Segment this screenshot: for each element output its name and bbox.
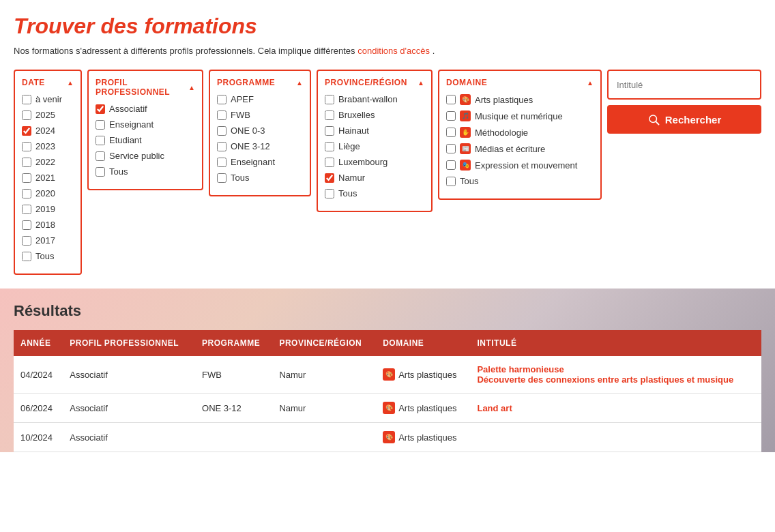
filter-date-2024: 2024 (22, 125, 74, 136)
filter-programme-title: PROGRAMME (217, 78, 275, 87)
label-domaine-tous[interactable]: Tous (460, 176, 478, 186)
domain-icon-2: 🎨 (383, 402, 395, 414)
label-domaine-musique[interactable]: Musique et numérique (475, 111, 563, 121)
label-date-2025[interactable]: 2025 (35, 110, 55, 120)
label-domaine-medias[interactable]: Médias et écriture (475, 144, 545, 154)
conditions-link[interactable]: conditions d'accès (357, 46, 430, 56)
label-profil-etudiant[interactable]: Etudiant (109, 135, 142, 145)
label-province-bruxelles[interactable]: Bruxelles (338, 110, 375, 120)
label-programme-one03[interactable]: ONE 0-3 (231, 125, 265, 136)
label-domaine-arts[interactable]: Arts plastiques (475, 95, 533, 105)
label-date-2019[interactable]: 2019 (35, 204, 55, 214)
label-programme-one312[interactable]: ONE 3-12 (231, 141, 270, 151)
checkbox-domaine-musique[interactable] (446, 111, 456, 121)
label-province-brabant[interactable]: Brabant-wallon (338, 94, 398, 104)
checkbox-date-2017[interactable] (22, 236, 31, 246)
checkbox-domaine-expression[interactable] (446, 160, 456, 170)
checkbox-domaine-methodo[interactable] (446, 128, 456, 137)
checkbox-province-brabant[interactable] (325, 95, 334, 104)
svg-line-1 (656, 121, 658, 124)
result-link-1[interactable]: Palette harmonieuse (477, 364, 755, 374)
checkbox-programme-tous[interactable] (217, 173, 226, 183)
checkbox-date-2022[interactable] (22, 158, 31, 167)
label-date-2018[interactable]: 2018 (35, 220, 55, 230)
checkbox-date-2019[interactable] (22, 205, 31, 214)
label-date-tous[interactable]: Tous (35, 251, 54, 261)
search-input[interactable] (607, 70, 761, 100)
checkbox-date-2020[interactable] (22, 189, 31, 198)
label-profil-enseignant[interactable]: Enseignant (109, 119, 153, 130)
cell-intitule-1: Palette harmonieuse Découverte des conne… (470, 356, 761, 394)
filter-province-header[interactable]: PROVINCE/RÉGION ▲ (325, 78, 424, 87)
checkbox-programme-one312[interactable] (217, 142, 226, 151)
checkbox-date-2024[interactable] (22, 126, 31, 136)
checkbox-date-2025[interactable] (22, 110, 31, 120)
checkbox-programme-one03[interactable] (217, 126, 226, 136)
checkbox-date-avenir[interactable] (22, 95, 31, 104)
result-link-1b[interactable]: Découverte des connexions entre arts pla… (477, 374, 755, 385)
checkbox-date-2021[interactable] (22, 173, 31, 183)
label-date-2024[interactable]: 2024 (35, 125, 55, 136)
filter-programme: PROGRAMME ▲ APEF FWB ONE 0-3 ONE 3-12 (209, 70, 311, 196)
cell-profil-1: Associatif (63, 356, 195, 394)
label-programme-enseignant[interactable]: Enseignant (231, 157, 275, 167)
checkbox-programme-apef[interactable] (217, 95, 226, 104)
label-profil-associatif[interactable]: Associatif (109, 104, 147, 114)
filter-profil-header[interactable]: PROFIL PROFESSIONNEL ▲ (96, 78, 195, 97)
checkbox-programme-fwb[interactable] (217, 110, 226, 120)
checkbox-date-tous[interactable] (22, 252, 31, 261)
filter-province-liege: Liège (325, 141, 424, 151)
label-date-2023[interactable]: 2023 (35, 141, 55, 151)
results-header-row: ANNÉE PROFIL PROFESSIONNEL PROGRAMME PRO… (14, 330, 761, 356)
label-programme-fwb[interactable]: FWB (231, 110, 250, 120)
checkbox-profil-service-public[interactable] (96, 151, 105, 161)
label-province-hainaut[interactable]: Hainaut (338, 125, 369, 136)
checkbox-profil-etudiant[interactable] (96, 136, 105, 145)
label-province-luxembourg[interactable]: Luxembourg (338, 157, 388, 167)
filter-domaine-header[interactable]: DOMAINE ▲ (446, 78, 594, 87)
cell-programme-2: ONE 3-12 (195, 394, 272, 423)
domain-cell-2: 🎨 Arts plastiques (383, 402, 463, 414)
label-date-2022[interactable]: 2022 (35, 157, 55, 167)
label-date-2021[interactable]: 2021 (35, 173, 55, 183)
filter-date-header[interactable]: DATE ▲ (22, 78, 74, 87)
checkbox-province-namur[interactable] (325, 173, 334, 183)
checkbox-province-luxembourg[interactable] (325, 158, 334, 167)
label-domaine-methodo[interactable]: Méthodologie (475, 128, 528, 138)
results-table-header: ANNÉE PROFIL PROFESSIONNEL PROGRAMME PRO… (14, 330, 761, 356)
checkbox-date-2023[interactable] (22, 142, 31, 151)
label-profil-tous[interactable]: Tous (109, 166, 128, 177)
checkbox-province-bruxelles[interactable] (325, 110, 334, 120)
search-button[interactable]: Rechercher (607, 105, 761, 134)
checkbox-domaine-arts[interactable] (446, 95, 456, 104)
checkbox-province-hainaut[interactable] (325, 126, 334, 136)
label-province-tous[interactable]: Tous (338, 188, 357, 198)
label-programme-tous[interactable]: Tous (231, 173, 249, 183)
label-date-2017[interactable]: 2017 (35, 235, 55, 246)
checkbox-programme-enseignant[interactable] (217, 158, 226, 167)
label-date-2020[interactable]: 2020 (35, 188, 55, 198)
table-row: 04/2024 Associatif FWB Namur 🎨 Arts plas… (14, 356, 761, 394)
label-domaine-expression[interactable]: Expression et mouvement (475, 160, 577, 171)
checkbox-date-2018[interactable] (22, 220, 31, 230)
label-province-namur[interactable]: Namur (338, 173, 365, 183)
checkbox-profil-tous[interactable] (96, 167, 105, 177)
filter-programme-header[interactable]: PROGRAMME ▲ (217, 78, 303, 87)
label-programme-apef[interactable]: APEF (231, 94, 254, 104)
label-profil-service-public[interactable]: Service public (109, 151, 164, 161)
checkbox-province-tous[interactable] (325, 189, 334, 198)
checkbox-profil-associatif[interactable] (96, 104, 105, 114)
search-icon (647, 113, 660, 125)
domain-cell-1: 🎨 Arts plastiques (383, 368, 463, 381)
result-link-2[interactable]: Land art (477, 403, 755, 413)
page-header: Trouver des formations Nos formations s'… (0, 0, 775, 63)
checkbox-domaine-medias[interactable] (446, 144, 456, 153)
label-province-liege[interactable]: Liège (338, 141, 360, 151)
checkbox-profil-enseignant[interactable] (96, 120, 105, 130)
label-date-avenir[interactable]: à venir (35, 94, 62, 104)
checkbox-province-liege[interactable] (325, 142, 334, 151)
filter-date-a-venir: à venir (22, 94, 74, 104)
checkbox-domaine-tous[interactable] (446, 177, 456, 186)
domain-label-1: Arts plastiques (398, 370, 456, 380)
filter-domaine: DOMAINE ▲ 🎨 Arts plastiques 🎵 Musique et… (438, 70, 602, 200)
